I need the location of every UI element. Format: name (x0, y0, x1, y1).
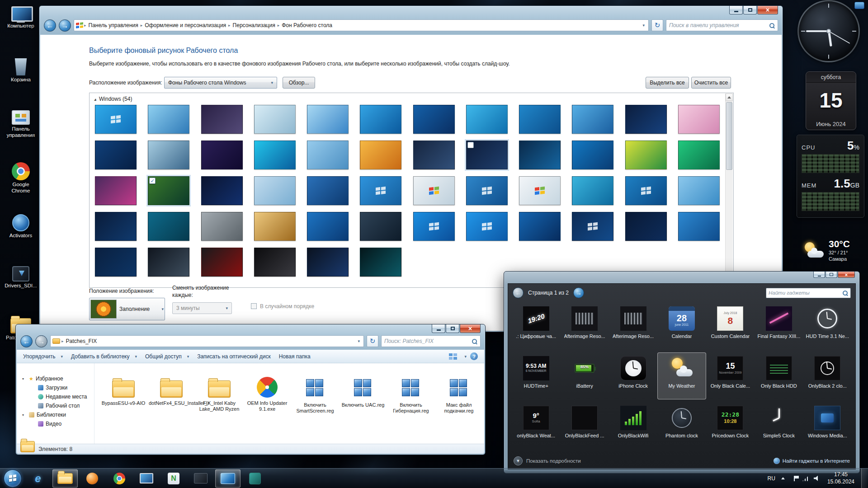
gadget-item[interactable]: 9°SofiaonlyBlack Weat... (512, 402, 560, 449)
taskbar-button-app-window[interactable] (188, 469, 213, 488)
find-gadgets-online-link[interactable]: Найти гаджеты в Интернете (774, 458, 850, 464)
file-item[interactable]: FIX_Intel Kaby Lake_AMD Ryzen (196, 377, 243, 414)
file-item[interactable]: Включить SmartScreen.reg (292, 377, 339, 414)
wallpaper-thumbnail[interactable] (625, 212, 667, 241)
file-item[interactable]: BypassESU-v9-AIO (100, 377, 147, 414)
wallpaper-thumbnail[interactable] (466, 212, 508, 241)
thumbnail-checkbox[interactable] (467, 142, 474, 148)
wallpaper-thumbnail[interactable] (307, 248, 349, 277)
back-button[interactable]: ← (20, 335, 33, 347)
toolbar-button[interactable]: Новая папка (279, 353, 311, 360)
wallpaper-thumbnail[interactable] (625, 105, 667, 134)
system-meter-gadget[interactable]: CPU 5% MEM 1.5GB (797, 135, 864, 218)
collapse-icon[interactable]: ▴ (94, 97, 96, 102)
wallpaper-thumbnail[interactable] (201, 176, 243, 205)
gadget-item[interactable]: 9:53 AM6 NOVEMBERHUDTime+ (512, 352, 560, 399)
show-details-label[interactable]: Показать подробности (526, 458, 581, 464)
file-item[interactable]: dotNetFx4_ESU_Installer_r (148, 377, 195, 414)
start-button[interactable] (4, 469, 22, 488)
wallpaper-thumbnail[interactable] (466, 105, 508, 134)
wallpaper-thumbnail[interactable] (519, 141, 561, 169)
control-panel-search-box[interactable] (666, 19, 778, 31)
close-button[interactable]: × (757, 6, 778, 14)
wallpaper-thumbnail[interactable] (678, 105, 720, 134)
wallpaper-thumbnail[interactable] (254, 105, 296, 134)
shuffle-checkbox[interactable] (251, 303, 257, 309)
weather-gadget[interactable]: 30°C 32° / 21° Самара (804, 233, 867, 267)
thumbnail-checkbox[interactable]: ✓ (149, 178, 156, 184)
desktop-icon-drivers-sdi[interactable]: Drivers_SDI... (2, 266, 40, 289)
breadcrumb-item[interactable]: Персонализация (231, 22, 278, 28)
taskbar-button-notepad-plus-plus[interactable]: N (161, 469, 186, 488)
nav-item-downloads[interactable]: Загрузки (17, 383, 94, 392)
gadget-item[interactable]: Only Black HDD (755, 352, 803, 399)
volume-icon[interactable] (813, 475, 821, 482)
wallpaper-thumbnail[interactable] (307, 105, 349, 134)
search-icon[interactable] (769, 23, 775, 28)
wallpaper-thumbnail[interactable] (360, 248, 401, 277)
address-field[interactable]: ▸Панель управления▸Оформление и персонал… (74, 19, 649, 31)
nav-item-recent[interactable]: Недавние места (17, 392, 94, 401)
clear-all-button[interactable]: Очистить все (691, 77, 731, 89)
gadget-item[interactable]: Final Fantasy XIII... (755, 303, 803, 350)
network-icon[interactable] (802, 475, 809, 482)
previous-page-button[interactable]: ← (513, 287, 524, 298)
file-item[interactable]: OEM Info Updater 9.1.exe (244, 377, 291, 414)
forward-button[interactable]: → (59, 19, 71, 32)
gadget-item[interactable]: Simple5 Clock (755, 402, 803, 449)
browse-button[interactable]: Обзор... (283, 77, 315, 89)
wallpaper-thumbnail[interactable]: ✓ (148, 176, 189, 205)
gadget-item[interactable]: 85%iBattery (560, 352, 609, 399)
close-button[interactable]: × (460, 324, 481, 333)
next-page-button[interactable]: → (573, 287, 584, 298)
breadcrumb-item[interactable]: Фон Рабочего стола (279, 22, 335, 28)
scrollbar[interactable] (725, 94, 733, 287)
minimize-button[interactable] (813, 272, 825, 278)
gadget-item[interactable]: Afterimage Reso... (609, 303, 657, 350)
gadget-item[interactable]: Afterimage Reso... (560, 303, 609, 350)
interval-select[interactable]: 3 минуты▾ (172, 302, 232, 314)
corner-gadget-icon[interactable] (854, 2, 864, 9)
nav-item-desktop[interactable]: Рабочий стол (17, 401, 94, 410)
wallpaper-thumbnail[interactable] (413, 105, 455, 134)
wallpaper-thumbnail[interactable] (201, 105, 243, 134)
location-select[interactable]: Фоны Рабочего стола Windows▾ (164, 77, 277, 89)
desktop-icon-google-chrome[interactable]: Google Chrome (2, 162, 40, 194)
desktop-icon-control-panel[interactable]: Панель управления (2, 110, 40, 139)
close-button[interactable]: × (838, 272, 855, 278)
wallpaper-thumbnail[interactable] (254, 248, 296, 277)
file-item[interactable]: Макс файл подкачки.reg (435, 377, 482, 414)
group-header[interactable]: ▴ Windows (54) (90, 93, 725, 105)
wallpaper-thumbnail[interactable] (360, 105, 401, 134)
gadget-item[interactable]: My Weather (657, 352, 706, 399)
wallpaper-thumbnail[interactable] (307, 176, 349, 205)
wallpaper-thumbnail[interactable] (95, 176, 137, 205)
file-item[interactable]: Включить Гибернация.reg (387, 377, 434, 414)
refresh-button[interactable]: ↻ (651, 19, 663, 31)
wallpaper-thumbnail[interactable] (572, 105, 613, 134)
toolbar-button[interactable]: Общий доступ▾ (145, 353, 189, 360)
wallpaper-thumbnail[interactable] (95, 105, 137, 134)
wallpaper-thumbnail[interactable] (148, 212, 189, 241)
search-icon[interactable] (472, 338, 477, 344)
refresh-button[interactable]: ↻ (367, 335, 378, 347)
wallpaper-thumbnail[interactable] (148, 248, 189, 277)
minimize-button[interactable] (729, 6, 743, 14)
breadcrumb-item[interactable]: Оформление и персонализация (142, 22, 228, 28)
taskbar-button-google-chrome[interactable] (107, 469, 132, 488)
wallpaper-thumbnail[interactable] (254, 176, 296, 205)
gadget-item[interactable]: Windows Media... (803, 402, 852, 449)
wallpaper-thumbnail[interactable] (201, 248, 243, 277)
language-indicator[interactable]: RU (768, 475, 775, 482)
help-icon[interactable]: ? (470, 352, 478, 360)
wallpaper-thumbnail[interactable] (360, 141, 401, 169)
wallpaper-thumbnail[interactable] (201, 141, 243, 169)
nav-item-fav[interactable]: ▾★Избранное (17, 374, 94, 383)
search-input[interactable] (669, 22, 769, 28)
address-dropdown-icon[interactable]: ▾ (356, 339, 362, 343)
wallpaper-thumbnail[interactable] (254, 212, 296, 241)
scrollbar-thumb[interactable] (726, 102, 732, 170)
forward-button[interactable]: → (35, 335, 47, 347)
gadget-item[interactable]: 28june 2011Calendar (657, 303, 706, 350)
action-center-icon[interactable] (791, 475, 798, 482)
